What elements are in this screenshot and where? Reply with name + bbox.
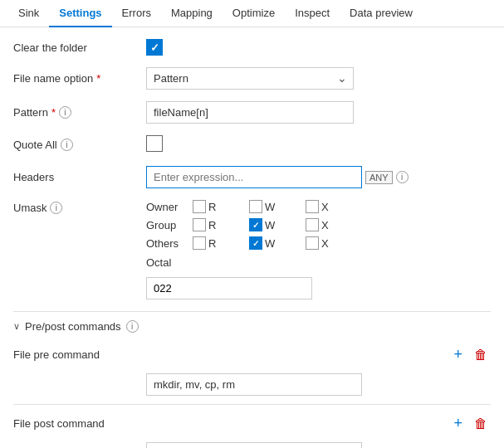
umask-others-w: W <box>249 236 299 250</box>
prepost-label: Pre/post commands <box>25 320 121 333</box>
umask-owner-w: W <box>249 200 299 213</box>
file-post-input[interactable] <box>146 442 362 448</box>
quote-all-info-icon[interactable]: i <box>61 139 73 151</box>
umask-owner-w-checkbox[interactable] <box>249 200 262 213</box>
pattern-input[interactable] <box>146 101 354 124</box>
headers-row: Headers ANY i <box>13 166 491 188</box>
file-post-actions: + 🗑 <box>450 413 491 434</box>
umask-others-r: R <box>193 236 242 250</box>
umask-group-r: R <box>193 218 242 231</box>
umask-owner-x: X <box>306 200 355 213</box>
prepost-info-icon[interactable]: i <box>126 320 139 333</box>
umask-group-w: W <box>249 218 299 231</box>
file-post-delete-button[interactable]: 🗑 <box>471 415 491 433</box>
umask-control: Owner R W X Group <box>146 200 491 299</box>
file-name-option-control: Pattern Part number <box>146 67 491 90</box>
pattern-info-icon[interactable]: i <box>59 106 71 119</box>
file-pre-command-row: File pre command + 🗑 <box>13 344 491 365</box>
octal-input[interactable] <box>146 277 312 299</box>
tab-sink[interactable]: Sink <box>8 0 49 27</box>
file-post-command-row: File post command + 🗑 <box>13 413 491 434</box>
umask-owner-r: R <box>193 200 242 213</box>
file-pre-add-button[interactable]: + <box>450 344 466 365</box>
headers-label: Headers <box>13 171 146 183</box>
file-name-option-label: File name option * <box>13 72 146 85</box>
umask-label: Umask i <box>13 200 146 214</box>
quote-all-control <box>146 135 491 154</box>
quote-all-row: Quote All i <box>13 135 491 154</box>
pattern-required: * <box>51 106 56 119</box>
umask-group-label: Group <box>146 219 186 231</box>
clear-folder-control <box>146 39 491 56</box>
file-name-option-select[interactable]: Pattern Part number <box>146 67 354 90</box>
umask-owner-label: Owner <box>146 201 186 213</box>
file-pre-input[interactable] <box>146 373 362 396</box>
umask-owner-x-checkbox[interactable] <box>306 200 319 213</box>
divider-1 <box>13 311 491 312</box>
tab-data-preview[interactable]: Data preview <box>340 0 423 27</box>
tab-inspect[interactable]: Inspect <box>285 0 340 27</box>
file-pre-actions: + 🗑 <box>450 344 491 365</box>
umask-section: Owner R W X Group <box>146 200 491 299</box>
file-pre-delete-button[interactable]: 🗑 <box>471 346 491 364</box>
prepost-section-header[interactable]: ∨ Pre/post commands i <box>13 320 491 333</box>
headers-control: ANY i <box>146 166 491 188</box>
umask-others-w-checkbox[interactable] <box>249 236 262 250</box>
octal-label: Octal <box>146 255 491 269</box>
quote-all-label: Quote All i <box>13 139 146 151</box>
pattern-control <box>146 101 491 124</box>
tabs-bar: Sink Settings Errors Mapping Optimize In… <box>0 0 504 27</box>
quote-all-checkbox[interactable] <box>146 135 163 152</box>
clear-folder-label: Clear the folder <box>13 41 146 54</box>
clear-folder-checkbox[interactable] <box>146 39 163 56</box>
file-post-add-button[interactable]: + <box>450 413 466 434</box>
umask-others-label: Others <box>146 237 186 250</box>
umask-info-icon[interactable]: i <box>50 202 62 214</box>
file-pre-label: File pre command <box>13 348 146 361</box>
umask-row: Umask i Owner R W X <box>13 200 491 299</box>
headers-input[interactable] <box>146 166 362 188</box>
headers-expression-row: ANY i <box>146 166 491 188</box>
umask-owner-r-checkbox[interactable] <box>193 200 206 213</box>
umask-others-row: Others R W X <box>146 236 491 250</box>
umask-group-r-checkbox[interactable] <box>193 218 206 231</box>
umask-owner-row: Owner R W X <box>146 200 491 213</box>
headers-any-badge: ANY <box>365 171 393 184</box>
file-pre-command-section: File pre command + 🗑 <box>13 344 491 396</box>
umask-group-x: X <box>306 218 355 231</box>
umask-others-r-checkbox[interactable] <box>193 236 206 250</box>
prepost-chevron-icon: ∨ <box>13 321 20 332</box>
tab-mapping[interactable]: Mapping <box>161 0 223 27</box>
file-name-required: * <box>96 72 100 85</box>
tab-settings[interactable]: Settings <box>49 0 111 27</box>
file-post-label: File post command <box>13 417 146 430</box>
clear-folder-row: Clear the folder <box>13 39 491 56</box>
file-name-option-row: File name option * Pattern Part number <box>13 67 491 90</box>
headers-info-icon[interactable]: i <box>396 171 409 183</box>
umask-group-row: Group R W X <box>146 218 491 231</box>
file-post-command-section: File post command + 🗑 <box>13 413 491 448</box>
pattern-label: Pattern * i <box>13 106 146 119</box>
tab-errors[interactable]: Errors <box>112 0 161 27</box>
tab-optimize[interactable]: Optimize <box>223 0 285 27</box>
umask-group-x-checkbox[interactable] <box>306 218 319 231</box>
divider-2 <box>13 404 491 405</box>
umask-others-x-checkbox[interactable] <box>306 236 319 250</box>
umask-group-w-checkbox[interactable] <box>249 218 262 231</box>
file-name-select-wrapper: Pattern Part number <box>146 67 354 90</box>
pattern-row: Pattern * i <box>13 101 491 124</box>
umask-others-x: X <box>306 236 355 250</box>
settings-panel: Clear the folder File name option * Patt… <box>0 27 504 448</box>
